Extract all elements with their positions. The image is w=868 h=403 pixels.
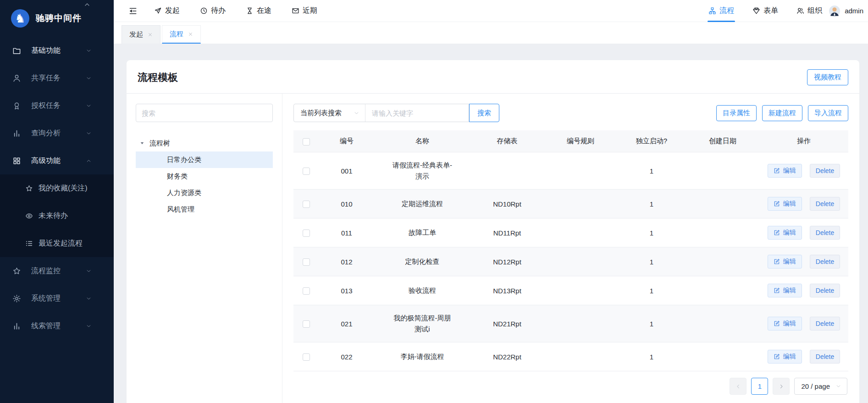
cell-actions: 编辑Delete	[759, 342, 848, 371]
tree-node-日常办公类[interactable]: 日常办公类	[136, 151, 273, 168]
cell-checkbox	[293, 190, 319, 218]
avatar	[829, 5, 840, 17]
edit-icon	[774, 168, 780, 174]
cell-actions: 编辑Delete	[759, 218, 848, 247]
sidebar-item-基础功能[interactable]: 基础功能	[0, 37, 114, 64]
edit-button[interactable]: 编辑	[768, 226, 802, 240]
cell-no: 012	[319, 247, 374, 276]
select-all-checkbox[interactable]	[303, 138, 310, 146]
top-nav-item-近期[interactable]: 近期	[292, 0, 317, 22]
sidebar-item-高级功能[interactable]: 高级功能	[0, 147, 114, 174]
edit-button-label: 编辑	[783, 229, 796, 237]
top-nav-item-label: 流程	[719, 6, 734, 16]
tree-node-人力资源类[interactable]: 人力资源类	[136, 185, 273, 201]
keyword-input[interactable]	[365, 104, 469, 122]
cell-standalone: 1	[617, 152, 686, 190]
sidebar-item-授权任务[interactable]: 授权任务	[0, 92, 114, 119]
edit-button[interactable]: 编辑	[768, 284, 802, 297]
新建流程-button[interactable]: 新建流程	[762, 105, 802, 121]
sidebar-item-label: 系统管理	[31, 294, 76, 303]
top-nav-item-发起[interactable]: 发起	[154, 0, 180, 22]
tree-root[interactable]: 流程树	[136, 135, 273, 151]
page-size-select[interactable]: 20 / page	[794, 378, 847, 395]
main-column: 发起待办在途近期 流程表单组织 admin 发起流程 流程模板 视频教程 流程树…	[114, 0, 868, 403]
pagination: 1 20 / page	[293, 371, 848, 402]
delete-button[interactable]: Delete	[810, 284, 840, 297]
next-page-button[interactable]	[773, 378, 790, 395]
row-checkbox[interactable]	[303, 320, 310, 328]
tree-node-风机管理[interactable]: 风机管理	[136, 201, 273, 218]
sidebar-subitem-未来待办[interactable]: 未来待办	[0, 202, 114, 229]
edit-button[interactable]: 编辑	[768, 317, 802, 330]
sidebar-item-查询分析[interactable]: 查询分析	[0, 119, 114, 147]
tree-panel: 流程树日常办公类财务类人力资源类风机管理	[127, 94, 282, 403]
cell-rule	[544, 190, 617, 218]
top-nav-item-流程[interactable]: 流程	[708, 0, 734, 22]
table-row: 011故障工单ND11Rpt1编辑Delete	[293, 218, 848, 247]
row-checkbox[interactable]	[303, 353, 310, 361]
tree-search-input[interactable]	[136, 104, 273, 122]
导入流程-button[interactable]: 导入流程	[808, 105, 848, 121]
table-header-row: 编号名称存储表编号规则独立启动?创建日期操作	[293, 130, 848, 152]
目录属性-button[interactable]: 目录属性	[716, 105, 757, 121]
cell-standalone: 1	[617, 305, 686, 342]
column-header-操作: 操作	[759, 130, 848, 152]
sidebar-subitem-我的收藏(关注)[interactable]: 我的收藏(关注)	[0, 174, 114, 202]
top-nav-item-待办[interactable]: 待办	[200, 0, 226, 22]
process-name: 故障工单	[409, 227, 436, 238]
row-checkbox[interactable]	[303, 168, 310, 175]
tab-label: 发起	[129, 30, 143, 39]
cell-name: 故障工单	[374, 218, 470, 247]
video-tutorial-button[interactable]: 视频教程	[807, 69, 848, 85]
sidebar-item-系统管理[interactable]: 系统管理	[0, 285, 114, 312]
delete-button[interactable]: Delete	[810, 317, 840, 330]
page-1-button[interactable]: 1	[751, 378, 768, 395]
close-icon[interactable]	[188, 32, 193, 37]
delete-button[interactable]: Delete	[810, 164, 840, 178]
top-nav-right: 流程表单组织	[708, 0, 822, 22]
sidebar-item-线索管理[interactable]: 线索管理	[0, 312, 114, 340]
scroll-up-icon[interactable]	[83, 1, 91, 8]
row-checkbox[interactable]	[303, 229, 310, 237]
row-checkbox[interactable]	[303, 258, 310, 266]
top-nav-item-表单[interactable]: 表单	[752, 0, 778, 22]
sidebar-item-label: 基础功能	[31, 46, 76, 56]
prev-page-button[interactable]	[730, 378, 746, 395]
tab-流程[interactable]: 流程	[162, 25, 201, 44]
user-menu[interactable]: admin	[829, 5, 863, 17]
edit-button[interactable]: 编辑	[768, 164, 802, 178]
tab-发起[interactable]: 发起	[122, 25, 160, 44]
tree-node-财务类[interactable]: 财务类	[136, 168, 273, 185]
cell-created	[686, 218, 759, 247]
chevron-down-icon	[86, 323, 92, 329]
cell-no: 011	[319, 218, 374, 247]
top-nav-item-组织[interactable]: 组织	[796, 0, 822, 22]
edit-button[interactable]: 编辑	[768, 255, 802, 269]
search-button[interactable]: 搜索	[469, 104, 499, 122]
menu-fold-icon[interactable]	[128, 6, 138, 16]
select-all-header	[293, 130, 319, 152]
row-checkbox[interactable]	[303, 287, 310, 295]
search-scope-select[interactable]: 当前列表搜索	[294, 104, 365, 122]
chevron-up-icon	[86, 158, 92, 164]
row-checkbox[interactable]	[303, 201, 310, 208]
column-header-独立启动?: 独立启动?	[617, 130, 686, 152]
cell-rule	[544, 152, 617, 190]
delete-button[interactable]: Delete	[810, 226, 840, 240]
top-nav-item-label: 表单	[763, 6, 778, 16]
edit-button[interactable]: 编辑	[768, 197, 802, 211]
top-nav-item-在途[interactable]: 在途	[246, 0, 271, 22]
edit-icon	[774, 320, 780, 327]
page-size-value: 20 / page	[801, 382, 830, 390]
delete-button[interactable]: Delete	[810, 255, 840, 269]
sidebar-item-流程监控[interactable]: 流程监控	[0, 257, 114, 285]
cell-checkbox	[293, 218, 319, 247]
delete-button[interactable]: Delete	[810, 197, 840, 211]
sidebar-item-共享任务[interactable]: 共享任务	[0, 64, 114, 92]
sidebar-subitem-最近发起流程[interactable]: 最近发起流程	[0, 229, 114, 257]
process-template-card: 流程模板 视频教程 流程树日常办公类财务类人力资源类风机管理 当前列表搜索	[127, 60, 859, 403]
edit-button-label: 编辑	[783, 257, 796, 266]
close-icon[interactable]	[148, 32, 153, 37]
delete-button[interactable]: Delete	[810, 350, 840, 364]
edit-button[interactable]: 编辑	[768, 350, 802, 364]
